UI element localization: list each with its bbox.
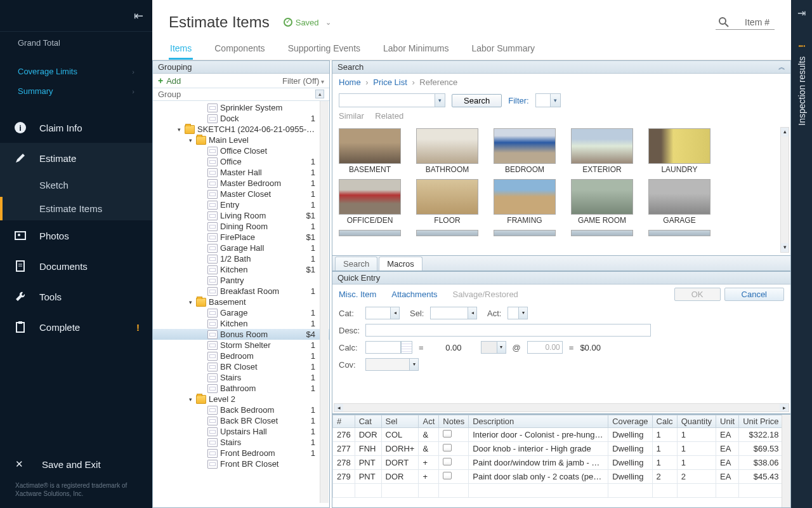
tab-labor-summary[interactable]: Labor Summary (471, 38, 537, 60)
scroll-up-button[interactable]: ▴ (781, 128, 789, 137)
ok-button[interactable]: OK (674, 288, 721, 301)
dropdown-icon[interactable]: ▾ (550, 94, 560, 107)
tree-toggle-icon[interactable]: ▾ (187, 396, 193, 403)
search-input[interactable] (339, 94, 435, 107)
tree-room[interactable]: Bathroom1 (153, 383, 329, 394)
nav-sketch[interactable]: Sketch (0, 173, 152, 197)
tree-room[interactable]: Stairs1 (153, 372, 329, 383)
thumbnail-game-room[interactable]: GAME ROOM (571, 179, 633, 225)
calc-rate-input[interactable] (527, 341, 563, 354)
tree-room[interactable]: Pantry (153, 275, 329, 286)
tree-room[interactable]: Kitchen1 (153, 318, 329, 329)
search-button[interactable]: Search (452, 94, 502, 107)
tree-room[interactable]: Bonus Room$4 (153, 329, 329, 340)
tree-toggle-icon[interactable]: ▾ (176, 126, 182, 133)
col-cat[interactable]: Cat (355, 415, 381, 428)
tree-room[interactable]: Back BR Closet1 (153, 415, 329, 426)
saved-badge[interactable]: Saved ⌄ (284, 18, 331, 27)
tree-folder[interactable]: ▾Basement (153, 297, 329, 307)
breadcrumb-pricelist[interactable]: Price List (373, 77, 407, 87)
tree-room[interactable]: Office1 (153, 156, 329, 167)
add-button[interactable]: +Add (158, 76, 181, 86)
thumbnail-laundry[interactable]: LAUNDRY (648, 128, 710, 174)
tree-room[interactable]: BR Closet1 (153, 361, 329, 372)
header-search[interactable]: Item # (716, 15, 775, 30)
thumbnail-bathroom[interactable]: BATHROOM (416, 128, 478, 174)
col-coverage[interactable]: Coverage (608, 415, 652, 428)
col--[interactable]: # (333, 415, 355, 428)
tree-toggle-icon[interactable]: ▾ (187, 299, 193, 305)
tab-supporting-events[interactable]: Supporting Events (287, 38, 362, 60)
scroll-right-button[interactable]: ▸ (780, 404, 789, 411)
dropdown-icon[interactable]: ▾ (410, 358, 419, 371)
col-unit[interactable]: Unit (716, 415, 739, 428)
tree-scrollbar[interactable] (320, 101, 329, 503)
col-unit-price[interactable]: Unit Price (739, 415, 783, 428)
tab-macros[interactable]: Macros (379, 257, 422, 271)
filter-combo[interactable]: ▾ (535, 93, 561, 107)
thumbnail-bedroom[interactable]: BEDROOM (494, 128, 556, 174)
tree-room[interactable]: Back Bedroom1 (153, 404, 329, 415)
table-row[interactable]: 277FNHDORH+&Door knob - interior - High … (333, 442, 792, 456)
tree-room[interactable]: Master Bedroom1 (153, 178, 329, 189)
thumbnail-partial[interactable] (494, 230, 556, 237)
tree-room[interactable]: Dining Room1 (153, 221, 329, 232)
tree-room[interactable]: Front Bedroom1 (153, 448, 329, 458)
cell-notes[interactable] (439, 442, 469, 456)
thumbnail-exterior[interactable]: EXTERIOR (571, 128, 633, 174)
thumbnail-office-den[interactable]: OFFICE/DEN (339, 179, 401, 225)
table-row-blank[interactable] (333, 484, 792, 498)
tree-room[interactable]: Storm Shelter1 (153, 340, 329, 351)
expand-icon[interactable]: ⇥ (797, 7, 806, 19)
col-notes[interactable]: Notes (439, 415, 469, 428)
tree-room[interactable]: 1/2 Bath1 (153, 253, 329, 264)
cancel-button[interactable]: Cancel (724, 288, 784, 301)
scroll-up-button[interactable]: ▴ (315, 90, 324, 98)
desc-input[interactable] (365, 324, 651, 337)
col-calc[interactable]: Calc (652, 415, 677, 428)
cell-notes[interactable] (439, 470, 469, 484)
col-quantity[interactable]: Quantity (677, 415, 716, 428)
nav-estimate[interactable]: Estimate (0, 143, 152, 173)
filter-input[interactable] (536, 94, 550, 107)
inspection-results-tab[interactable]: Inspection results ! (797, 44, 807, 126)
tree-room[interactable]: Bedroom1 (153, 351, 329, 361)
dropdown-icon[interactable]: ▾ (435, 94, 445, 107)
act-input[interactable] (508, 307, 519, 319)
dropdown-icon[interactable]: ▾ (497, 341, 506, 354)
cat-input[interactable] (365, 307, 391, 319)
sidebar-link-coverage[interactable]: Coverage Limits › (0, 62, 152, 81)
similar-link[interactable]: Similar (339, 111, 364, 121)
calculator-icon[interactable] (401, 341, 412, 354)
breadcrumb-home[interactable]: Home (339, 77, 361, 87)
tab-items[interactable]: Items (169, 38, 193, 60)
thumbnail-partial[interactable] (339, 230, 401, 237)
nav-estimate-items[interactable]: Estimate Items (0, 197, 152, 220)
tab-components[interactable]: Components (213, 38, 266, 60)
sidebar-link-summary[interactable]: Summary › (0, 81, 152, 101)
dropdown-icon[interactable]: ◂ (468, 307, 477, 319)
thumbnail-partial[interactable] (416, 230, 478, 237)
calc-mult-input[interactable] (481, 341, 497, 354)
tree-room[interactable]: Garage1 (153, 307, 329, 318)
tree-room[interactable]: Master Closet1 (153, 189, 329, 199)
nav-photos[interactable]: Photos (0, 220, 152, 251)
vertical-scrollbar[interactable] (782, 415, 790, 507)
attachments-link[interactable]: Attachments (391, 290, 437, 299)
cell-notes[interactable] (439, 456, 469, 470)
scroll-down-button[interactable]: ▾ (781, 243, 789, 252)
tree-room[interactable]: FirePlace$1 (153, 232, 329, 243)
thumbnail-partial[interactable] (648, 230, 710, 237)
cell-notes[interactable] (439, 428, 469, 442)
table-row[interactable]: 276DORCOL&Interior door - Colonist - pre… (333, 428, 792, 442)
save-exit-button[interactable]: ✕ Save and Exit (15, 458, 137, 470)
misc-item-link[interactable]: Misc. Item (339, 290, 376, 299)
thumbnail-floor[interactable]: FLOOR (416, 179, 478, 225)
tree-room[interactable]: Master Hall1 (153, 167, 329, 178)
col-sel[interactable]: Sel (381, 415, 419, 428)
tree-room[interactable]: Office Closet (153, 145, 329, 156)
nav-complete[interactable]: Complete ! (0, 312, 152, 342)
tab-labor-minimums[interactable]: Labor Minimums (382, 38, 450, 60)
thumb-scrollbar[interactable]: ▴ ▾ (780, 127, 789, 253)
horizontal-scrollbar[interactable]: ◂▸ (334, 403, 789, 412)
